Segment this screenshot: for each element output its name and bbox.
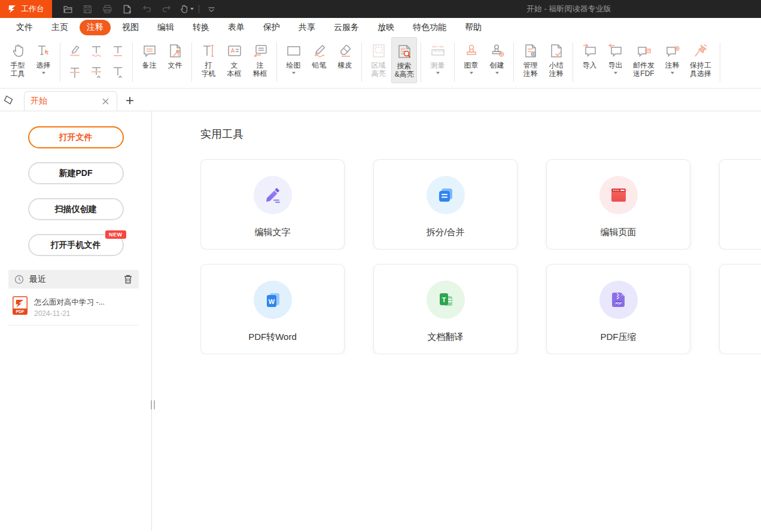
tool-card-pdf-compress[interactable]: PDF PDF压缩 xyxy=(546,264,690,354)
underline-text-button[interactable] xyxy=(108,41,127,60)
ribbon-group-share: 导入 导出 邮件发 送FDF 注释 xyxy=(573,37,720,88)
save-icon[interactable] xyxy=(78,0,98,18)
pencil-button[interactable]: 铅笔 xyxy=(306,37,332,69)
menu-convert[interactable]: 转换 xyxy=(193,22,209,33)
workspace-button[interactable]: 工作台 xyxy=(0,0,52,18)
tool-card-edit-text[interactable]: 编辑文字 xyxy=(200,159,345,250)
stamp-button[interactable]: 图章 xyxy=(458,37,484,74)
tool-card-partial[interactable] xyxy=(719,159,761,250)
open-file-icon[interactable] xyxy=(58,0,78,18)
tool-card-pdf-to-word[interactable]: W PDF转Word xyxy=(200,264,345,354)
manage-comments-button[interactable]: 管理 注释 xyxy=(518,37,543,78)
select-text-icon xyxy=(35,42,52,59)
stylus-eraser-icon[interactable] xyxy=(2,94,14,106)
tool-label: 文档翻译 xyxy=(428,332,464,343)
export-comments-button[interactable]: 导出 xyxy=(602,37,628,74)
summarize-comments-icon xyxy=(548,42,565,59)
trash-icon[interactable] xyxy=(123,274,133,284)
tab-start[interactable]: 开始 xyxy=(24,91,117,111)
textbox-button[interactable]: 文 本框 xyxy=(221,37,247,78)
menu-help[interactable]: 帮助 xyxy=(465,22,482,33)
email-fdf-button[interactable]: 邮件发 送FDF xyxy=(628,37,659,78)
hand-gesture-tool-icon[interactable] xyxy=(176,0,196,18)
tool-card-split-merge[interactable]: 拆分/合并 xyxy=(373,159,518,250)
search-highlight-button[interactable]: 搜索 &高亮 xyxy=(391,37,417,83)
menu-view[interactable]: 视图 xyxy=(122,22,139,33)
search-highlight-icon xyxy=(396,43,413,60)
tool-card-partial[interactable] xyxy=(719,264,761,354)
comments-label: 注释 xyxy=(665,61,680,69)
stamp-dropdown-caret-icon xyxy=(470,72,473,74)
sidebar-resize-grip[interactable] xyxy=(151,400,155,409)
tab-start-label: 开始 xyxy=(31,96,100,107)
eraser-tool-icon xyxy=(337,42,354,59)
quick-access-toolbar xyxy=(58,0,221,18)
main-content: 实用工具 编辑文字 xyxy=(152,111,761,531)
tool-card-doc-translate[interactable]: T 文档翻译 xyxy=(373,264,518,354)
menu-present[interactable]: 放映 xyxy=(378,22,394,33)
recent-file-item[interactable]: PDF 怎么面对高中学习 -... 2024-11-21 xyxy=(13,296,151,318)
menu-edit[interactable]: 编辑 xyxy=(157,22,174,33)
create-stamp-icon xyxy=(489,42,506,59)
menu-features[interactable]: 特色功能 xyxy=(413,22,446,33)
ribbon-toolbar: 手型 工具 选择 xyxy=(0,37,761,89)
create-stamp-button[interactable]: 创建 xyxy=(484,37,510,74)
replace-text-button[interactable] xyxy=(87,63,106,82)
strikeout-text-button[interactable] xyxy=(65,63,84,82)
note-comment-icon xyxy=(141,42,158,59)
eraser-button[interactable]: 橡皮 xyxy=(332,37,358,69)
undo-icon[interactable] xyxy=(137,0,157,18)
callout-button[interactable]: 注 释框 xyxy=(247,37,273,78)
area-highlight-button[interactable]: 区域 高亮 xyxy=(366,37,391,78)
import-label: 导入 xyxy=(583,61,597,69)
customize-toolbar-icon[interactable] xyxy=(202,0,221,18)
highlight-text-button[interactable] xyxy=(65,41,84,60)
draw-label: 绘图 xyxy=(287,61,301,69)
keep-tool-selected-button[interactable]: 保持工 具选择 xyxy=(685,37,716,78)
tab-close-icon[interactable] xyxy=(100,96,111,107)
typewriter-icon xyxy=(200,42,217,59)
area-highlight-label: 区域 高亮 xyxy=(372,61,386,78)
insert-text-button[interactable] xyxy=(108,63,127,82)
menu-share[interactable]: 共享 xyxy=(299,22,315,33)
measure-button[interactable]: 测量 xyxy=(425,37,450,74)
stamp-icon xyxy=(463,42,480,59)
menu-form[interactable]: 表单 xyxy=(228,22,245,33)
tool-card-edit-pages[interactable]: 编辑页面 xyxy=(546,159,690,250)
export-dropdown-caret-icon xyxy=(614,72,617,74)
new-document-icon[interactable] xyxy=(117,0,137,18)
new-tab-icon[interactable] xyxy=(122,93,138,108)
ribbon-group-highlight: 区域 高亮 搜索 &高亮 xyxy=(362,37,421,88)
stamp-label: 图章 xyxy=(464,61,479,69)
keep-tool-label: 保持工 具选择 xyxy=(690,61,711,78)
hand-tool-button[interactable]: 手型 工具 xyxy=(5,37,31,78)
squiggly-underline-button[interactable] xyxy=(87,41,106,60)
menu-comment[interactable]: 注释 xyxy=(80,20,111,35)
open-file-button[interactable]: 打开文件 xyxy=(28,126,124,148)
scanner-create-button[interactable]: 扫描仪创建 xyxy=(28,198,124,220)
import-comments-button[interactable]: 导入 xyxy=(577,37,602,69)
comments-button[interactable]: 注释 xyxy=(659,37,685,74)
menu-file[interactable]: 文件 xyxy=(16,22,33,33)
ribbon-group-navigation: 手型 工具 选择 xyxy=(1,37,60,88)
menu-cloud[interactable]: 云服务 xyxy=(334,22,359,33)
open-mobile-file-button[interactable]: 打开手机文件 NEW xyxy=(28,234,124,256)
ribbon-group-manage: 管理 注释 小结 注释 xyxy=(514,37,573,88)
menu-protect[interactable]: 保护 xyxy=(263,22,280,33)
recent-file-date: 2024-11-21 xyxy=(34,309,105,318)
menu-home[interactable]: 主页 xyxy=(51,22,68,33)
draw-shapes-button[interactable]: 绘图 xyxy=(281,37,306,74)
clock-icon xyxy=(14,275,24,284)
edit-pages-icon xyxy=(599,176,638,214)
note-button[interactable]: 备注 xyxy=(136,37,162,69)
replace-text-icon xyxy=(89,65,104,80)
new-pdf-button[interactable]: 新建PDF xyxy=(28,162,124,184)
select-tool-button[interactable]: 选择 xyxy=(31,37,56,74)
export-label: 导出 xyxy=(608,61,623,69)
tool-label: 编辑文字 xyxy=(255,227,291,238)
file-attachment-button[interactable]: 文件 xyxy=(162,37,188,69)
print-icon[interactable] xyxy=(98,0,117,18)
summarize-comments-button[interactable]: 小结 注释 xyxy=(543,37,569,78)
typewriter-button[interactable]: 打 字机 xyxy=(196,37,221,78)
redo-icon[interactable] xyxy=(157,0,176,18)
